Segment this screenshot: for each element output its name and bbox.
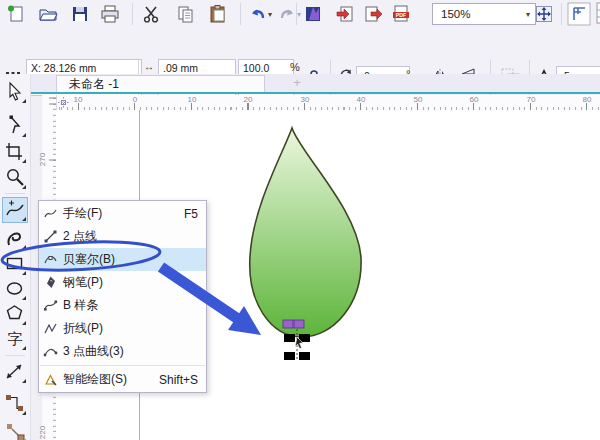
zoom-level-combo[interactable]: 150% ▾ (432, 3, 536, 25)
menu-item-shortcut: F5 (184, 207, 198, 221)
b-spline-icon (43, 298, 58, 313)
import-button[interactable] (335, 4, 355, 24)
polygon-tool[interactable] (3, 302, 27, 326)
artistic-media-tool[interactable] (3, 226, 27, 250)
h-ruler-number: 40 (357, 95, 366, 104)
menu-item-label: 智能绘图(S) (63, 371, 151, 388)
x-label: X: (31, 62, 41, 74)
cut-button[interactable] (142, 4, 162, 24)
menu-item-label: 钢笔(P) (63, 274, 190, 291)
paste-button[interactable] (208, 4, 228, 24)
toolbar-separator (561, 3, 562, 25)
menu-item-label: B 样条 (63, 297, 190, 314)
object-width-icon: ↔ (144, 61, 154, 72)
bezier-icon (43, 252, 58, 267)
freehand-icon (43, 206, 58, 221)
show-grid-button[interactable] (596, 2, 600, 26)
svg-text:PDF: PDF (396, 12, 406, 18)
copy-button[interactable] (176, 4, 196, 24)
menu-item-3-point-curve[interactable]: 3 点曲线(3) (39, 340, 206, 363)
width-value: .09 mm (163, 62, 198, 74)
scale-x-value: 100.0 (243, 62, 269, 74)
menu-item-label: 2 点线 (63, 228, 190, 245)
ellipse-tool[interactable] (3, 277, 27, 301)
interactive-tool[interactable] (3, 420, 27, 440)
two-point-line-icon (43, 229, 58, 244)
h-ruler-number: 10 (74, 95, 83, 104)
parallel-dimension-tool[interactable] (3, 360, 27, 384)
open-button[interactable] (38, 4, 58, 24)
menu-item-b-spline[interactable]: B 样条 (39, 294, 206, 317)
app-launcher-icon[interactable] (303, 4, 323, 24)
scale-x-percent: % (290, 61, 300, 73)
h-ruler-number: 30 (301, 95, 310, 104)
zoom-to-fit-button[interactable] (534, 4, 554, 24)
menu-item-2-point-line[interactable]: 2 点线 (39, 225, 206, 248)
zoom-level-value: 150% (441, 8, 470, 20)
rectangle-tool[interactable] (3, 252, 27, 276)
print-button[interactable] (100, 4, 120, 24)
h-ruler-number: 10 (188, 95, 197, 104)
freehand-tool-active[interactable] (3, 198, 27, 222)
menu-item-shortcut: Shift+S (159, 373, 198, 387)
text-tool-glyph: 字 (8, 330, 23, 348)
menu-item-pen[interactable]: 钢笔(P) (39, 271, 206, 294)
export-button[interactable] (363, 4, 383, 24)
document-tab-bar: 未命名 -1 + (30, 74, 600, 92)
zoom-tool[interactable] (3, 166, 27, 190)
horizontal-ruler[interactable]: 10 0 10 20 30 40 50 60 70 80 (56, 95, 600, 111)
shape-tool[interactable] (3, 114, 27, 138)
menu-separator (40, 365, 205, 366)
text-tool[interactable]: 字 (3, 327, 27, 351)
menu-item-label: 折线(P) (63, 320, 190, 337)
undo-dropdown-caret[interactable]: ▾ (268, 11, 272, 19)
document-tab-title: 未命名 -1 (69, 76, 119, 93)
h-ruler-number: 50 (414, 95, 423, 104)
menu-item-label: 手绘(F) (63, 205, 176, 222)
pen-icon (43, 275, 58, 290)
toolbox-separator (5, 193, 25, 194)
publish-pdf-button[interactable]: PDF (391, 4, 411, 24)
h-ruler-number: 80 (583, 95, 592, 104)
redo-dropdown-caret[interactable]: ▾ (297, 11, 301, 19)
pick-tool[interactable] (3, 80, 27, 104)
crop-tool[interactable] (3, 140, 27, 164)
h-ruler-number: 70 (527, 95, 536, 104)
new-tab-plus-icon: + (293, 75, 301, 90)
menu-item-smart-drawing[interactable]: 智能绘图(S) Shift+S (39, 368, 206, 391)
v-ruler-number: 220 (38, 426, 47, 439)
save-button[interactable] (70, 4, 90, 24)
curve-tools-flyout-menu: 手绘(F) F5 2 点线 贝塞尔(B) 钢笔(P) B 样条 折线(P) (38, 200, 207, 393)
toolbar-separator (132, 3, 133, 25)
h-ruler-number: 0 (133, 95, 137, 104)
redo-button[interactable] (277, 4, 297, 24)
show-rulers-button[interactable] (567, 2, 591, 26)
v-ruler-number: 270 (38, 153, 47, 166)
zoom-combo-caret-icon[interactable]: ▾ (526, 10, 530, 19)
coreldraw-window: ▾ ▾ PDF 150% ▾ (0, 0, 600, 440)
toolbox-separator (5, 355, 25, 356)
menu-item-freehand[interactable]: 手绘(F) F5 (39, 202, 206, 225)
polyline-icon (43, 321, 58, 336)
new-document-button[interactable] (6, 4, 26, 24)
toolbox: 字 (0, 74, 31, 440)
menu-item-polyline[interactable]: 折线(P) (39, 317, 206, 340)
ruler-origin-icon[interactable] (57, 96, 70, 109)
undo-button[interactable] (248, 4, 268, 24)
menu-item-label: 贝塞尔(B) (63, 251, 190, 268)
x-value: 28.126 mm (44, 62, 97, 74)
standard-toolbar: ▾ ▾ PDF 150% ▾ (0, 0, 600, 29)
new-tab-button[interactable]: + (288, 77, 306, 90)
menu-item-bezier[interactable]: 贝塞尔(B) (39, 248, 206, 271)
h-ruler-number: 20 (244, 95, 253, 104)
connector-tool[interactable] (3, 392, 27, 416)
toolbar-separator (240, 3, 241, 25)
toolbar-separator (296, 3, 297, 25)
h-ruler-number: 60 (470, 95, 479, 104)
document-tab[interactable]: 未命名 -1 (56, 75, 265, 93)
property-bar: X: 28.126 mm Y: 236.391 mm ↔ .09 mm ↕ 3.… (0, 28, 600, 75)
menu-item-label: 3 点曲线(3) (63, 343, 190, 360)
three-point-curve-icon (43, 344, 58, 359)
drawing-window-top-border (30, 92, 600, 94)
smart-drawing-icon (43, 372, 58, 387)
